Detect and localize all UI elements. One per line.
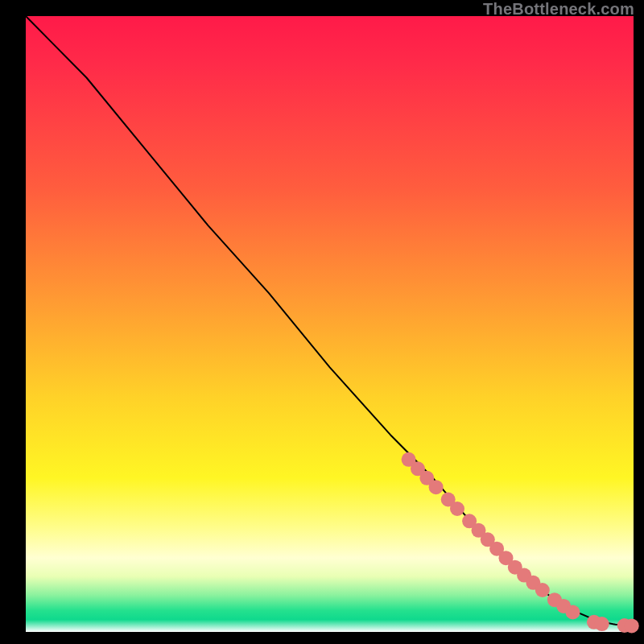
data-marker (450, 502, 464, 516)
data-marker (429, 480, 444, 494)
bottleneck-curve (26, 16, 634, 625)
data-markers (402, 452, 639, 634)
watermark-text: TheBottleneck.com (483, 0, 634, 19)
data-marker (625, 618, 639, 633)
data-marker (566, 605, 580, 620)
data-marker (595, 617, 609, 631)
chart-frame: TheBottleneck.com (0, 0, 644, 644)
curve-path (26, 16, 634, 625)
chart-overlay (26, 16, 634, 632)
data-marker (535, 583, 550, 597)
